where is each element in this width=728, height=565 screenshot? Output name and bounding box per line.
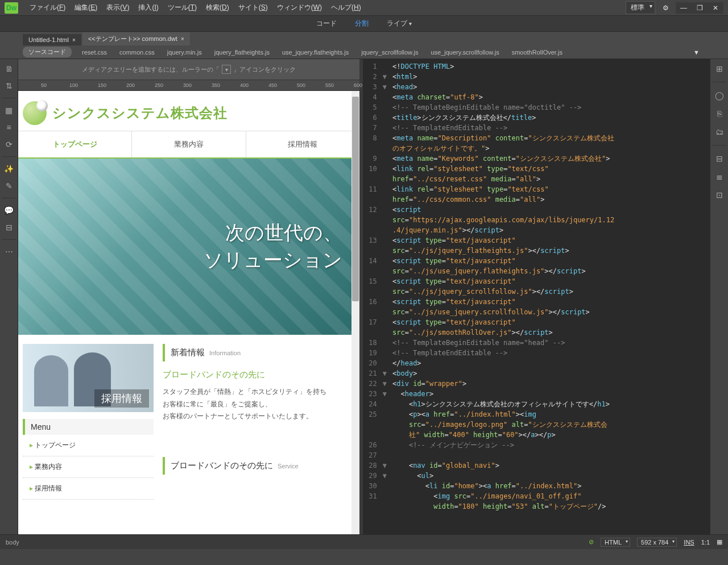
code-line[interactable]: <head> — [390, 82, 710, 92]
related-file[interactable]: reset.css — [82, 49, 107, 56]
doc-type-dropdown[interactable]: HTML — [601, 538, 630, 547]
code-line[interactable]: width="180" height="53" alt="トップページ"/> — [390, 501, 710, 512]
collapse-icon[interactable]: ⊟ — [4, 222, 14, 232]
nav-item[interactable]: 採用情報 — [246, 131, 359, 157]
menu-ヘルプ(H)[interactable]: ヘルプ(H) — [326, 1, 366, 15]
code-line[interactable]: <link rel="stylesheet" type="text/css" — [390, 164, 710, 174]
code-line[interactable]: <!-- TemplateBeginEditable name="doctitl… — [390, 102, 710, 113]
filter-icon[interactable]: ▼ — [693, 49, 700, 56]
related-file[interactable]: use_jquery.flatheights.js — [282, 49, 349, 56]
nav-item[interactable]: トップページ — [18, 131, 132, 157]
code-line[interactable]: <!-- TemplateEndEditable --> — [390, 123, 710, 133]
preview-scrollbar[interactable] — [351, 91, 359, 534]
code-line[interactable]: .4/jquery.min.js"></script> — [390, 225, 710, 235]
code-line[interactable]: src="../js/jquery_scrollfollow.js"></scr… — [390, 286, 710, 297]
code-line[interactable]: <script type="text/javascript" — [390, 297, 710, 307]
close-icon[interactable]: ✕ — [710, 3, 721, 13]
recruit-banner[interactable]: 採用情報 — [23, 344, 154, 412]
code-line[interactable]: <script type="text/javascript" — [390, 256, 710, 266]
side-menu-item[interactable]: 採用情報 — [23, 478, 154, 500]
live-view-icon[interactable]: ▦ — [4, 105, 14, 115]
code-line[interactable]: 社" width="400" height="60"></a></p> — [390, 430, 710, 440]
files-panel-icon[interactable]: 🗂 — [714, 127, 725, 137]
tag-selector[interactable]: body — [6, 539, 19, 546]
more-icon[interactable]: ⋯ — [4, 247, 14, 257]
menu-挿入(I)[interactable]: 挿入(I) — [134, 1, 163, 15]
tab-close-icon[interactable]: × — [181, 36, 184, 42]
expand-icon[interactable]: ⇅ — [4, 81, 14, 91]
view-split[interactable]: 分割 — [350, 16, 373, 31]
code-line[interactable]: <li id="home"><a href="../index.html"> — [390, 481, 710, 491]
related-file[interactable]: smoothRollOver.js — [512, 49, 562, 56]
code-line[interactable]: src="../js/use_jquery.flatheights.js"></… — [390, 266, 710, 276]
code-line[interactable]: <script type="text/javascript" — [390, 317, 710, 327]
code-line[interactable]: <!-- TemplateEndEditable --> — [390, 348, 710, 358]
menu-ファイル(F)[interactable]: ファイル(F) — [25, 1, 70, 15]
code-line[interactable]: のオフィシャルサイトです。"> — [390, 143, 710, 153]
code-line[interactable]: <meta name="Description" content="シンクスシス… — [390, 133, 710, 143]
code-line[interactable]: src="../js/jquery_flatheights.js"></scri… — [390, 246, 710, 256]
wand-icon[interactable]: ✨ — [4, 164, 14, 174]
document-tab[interactable]: Untitled-1.html× — [23, 34, 81, 45]
view-code[interactable]: コード — [312, 16, 341, 31]
panels-icon[interactable]: ⊞ — [714, 64, 725, 74]
sync-settings-icon[interactable]: ⚙ — [660, 3, 671, 13]
related-file[interactable]: jquery_scrollfollow.js — [361, 49, 418, 56]
code-line[interactable]: <h1>シンクスシステム株式会社のオフィシャルサイトです</h1> — [390, 399, 710, 409]
code-editor[interactable]: 1 2 ▼3 ▼4 5 6 7 8 9 10 11 12 13 14 15 16… — [363, 59, 710, 534]
code-line[interactable]: <title>シンクスシステム株式会社</title> — [390, 113, 710, 123]
code-line[interactable]: <body> — [390, 368, 710, 379]
code-line[interactable]: </head> — [390, 358, 710, 368]
workspace-dropdown[interactable]: 標準 — [626, 1, 655, 14]
code-line[interactable]: <script — [390, 205, 710, 215]
code-line[interactable]: <link rel="stylesheet" type="text/css" — [390, 184, 710, 194]
tab-close-icon[interactable]: × — [72, 37, 76, 43]
css-designer-icon[interactable]: ⊟ — [714, 153, 725, 164]
no-errors-icon[interactable]: ⊘ — [589, 538, 594, 546]
code-line[interactable]: src="../js/smoothRollOver.js"></script> — [390, 327, 710, 338]
menu-検索(D)[interactable]: 検索(D) — [201, 1, 234, 15]
insert-mode[interactable]: INS — [684, 539, 694, 546]
code-line[interactable]: src="../images/logo.png" alt="シンクスシステム株式… — [390, 419, 710, 430]
mq-add-icon[interactable]: ▾ — [222, 65, 231, 74]
related-file[interactable]: use_jquery.scrollfollow.js — [431, 49, 499, 56]
code-line[interactable]: <p><a href="../index.html"><img — [390, 409, 710, 419]
menu-ツール(T)[interactable]: ツール(T) — [163, 1, 201, 15]
code-line[interactable]: <meta name="Keywords" content="シンクスシステム株… — [390, 153, 710, 164]
code-line[interactable]: href="../css/common.css" media="all"> — [390, 194, 710, 205]
preview-document[interactable]: シンクスシステム株式会社 トップページ業務内容採用情報 次の世代の、 ソリューシ… — [18, 91, 359, 534]
minimize-icon[interactable]: — — [678, 3, 689, 13]
document-tab[interactable]: <<テンプレート>> common.dwt× — [82, 32, 190, 45]
preview-device-icon[interactable]: ▦ — [717, 538, 722, 546]
restore-icon[interactable]: ❐ — [694, 3, 705, 13]
source-code-button[interactable]: ソースコード — [23, 47, 72, 57]
view-live[interactable]: ライブ — [382, 16, 416, 31]
code-line[interactable]: <meta charset="utf-8"> — [390, 92, 710, 102]
code-line[interactable]: href="../css/reset.css" media="all"> — [390, 174, 710, 184]
nav-item[interactable]: 業務内容 — [132, 131, 246, 157]
code-line[interactable]: src="https://ajax.googleapis.com/ajax/li… — [390, 215, 710, 225]
related-file[interactable]: common.css — [119, 49, 155, 56]
menu-編集(E)[interactable]: 編集(E) — [70, 1, 102, 15]
code-line[interactable]: <ul> — [390, 471, 710, 481]
comment-icon[interactable]: 💬 — [4, 205, 14, 215]
related-file[interactable]: jquery_flatheights.js — [214, 49, 270, 56]
code-line[interactable]: <img src="../images/navi_01_off.gif" — [390, 491, 710, 501]
inspect-icon[interactable]: ≡ — [4, 122, 14, 132]
code-line[interactable]: <html> — [390, 72, 710, 82]
format-icon[interactable]: ✎ — [4, 181, 14, 191]
menu-表示(V)[interactable]: 表示(V) — [102, 1, 134, 15]
side-menu-item[interactable]: 業務内容 — [23, 456, 154, 478]
menu-ウィンドウ(W)[interactable]: ウィンドウ(W) — [272, 1, 326, 15]
code-line[interactable]: <!-- TemplateBeginEditable name="head" -… — [390, 338, 710, 348]
file-manage-icon[interactable]: 🗎 — [4, 64, 14, 74]
insert-panel-icon[interactable]: ⎘ — [714, 109, 725, 119]
assets-icon[interactable]: ⊡ — [714, 190, 725, 200]
code-line[interactable]: <!-- メインナビゲーション --> — [390, 440, 710, 450]
cc-libraries-icon[interactable]: ◯ — [714, 90, 725, 101]
ruler[interactable]: 50100150200250300350400450500550600 — [18, 80, 359, 91]
code-line[interactable]: <script type="text/javascript" — [390, 235, 710, 246]
side-menu-item[interactable]: トップページ — [23, 435, 154, 456]
related-file[interactable]: jquery.min.js — [167, 49, 202, 56]
code-line[interactable]: <!DOCTYPE HTML> — [390, 61, 710, 72]
